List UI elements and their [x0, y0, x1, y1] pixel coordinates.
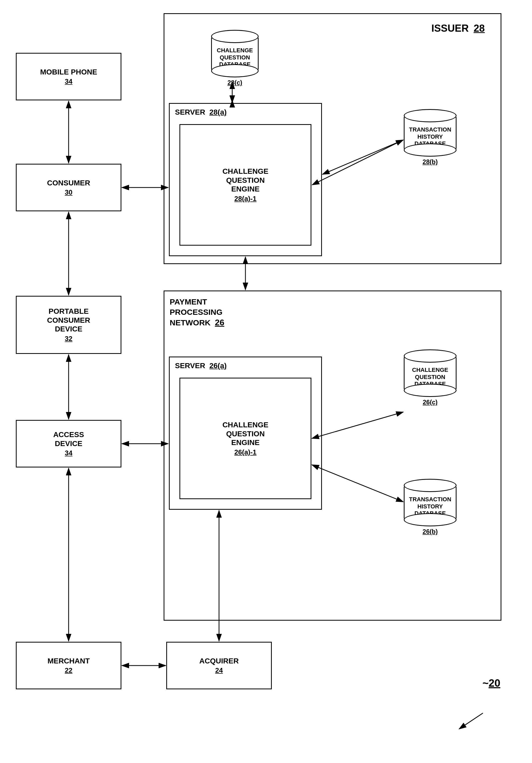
- acquirer-box: ACQUIRER 24: [166, 642, 272, 689]
- challenge-engine-ppn-label: CHALLENGEQUESTIONENGINE: [222, 420, 268, 447]
- svg-line-17: [459, 713, 483, 729]
- challenge-engine-issuer: CHALLENGEQUESTIONENGINE 28(a)-1: [179, 124, 311, 246]
- ppn-ref: 26: [215, 318, 224, 327]
- access-device-ref: 34: [65, 449, 73, 457]
- issuer-label: ISSUER 28: [431, 22, 485, 35]
- challenge-engine-ppn-ref: 26(a)-1: [234, 448, 256, 456]
- mobile-phone-ref: 34: [65, 77, 73, 85]
- access-device-label: ACCESSDEVICE: [53, 430, 84, 448]
- access-device-box: ACCESSDEVICE 34: [16, 420, 122, 468]
- server-ppn-label: SERVER: [175, 362, 205, 370]
- merchant-label: MERCHANT: [47, 657, 90, 666]
- server-issuer-label: SERVER: [175, 108, 205, 116]
- challenge-engine-issuer-ref: 28(a)-1: [234, 195, 256, 203]
- mobile-phone-label: MOBILE PHONE: [40, 67, 97, 76]
- merchant-box: MERCHANT 22: [16, 642, 122, 689]
- transaction-db-issuer: TRANSACTIONHISTORYDATABASE 28(b): [404, 100, 457, 174]
- diagram-container: ISSUER 28 CHALLENGEQUESTIONDATABASE 28(c…: [0, 0, 532, 763]
- transaction-db-ppn: TRANSACTIONHISTORYDATABASE 26(b): [404, 470, 457, 544]
- consumer-label: CONSUMER: [47, 178, 90, 187]
- consumer-ref: 30: [65, 188, 73, 196]
- challenge-db-ppn: CHALLENGEQUESTIONDATABASE 26(c): [404, 341, 457, 415]
- challenge-engine-ppn: CHALLENGEQUESTIONENGINE 26(a)-1: [179, 378, 311, 499]
- portable-device-ref: 32: [65, 335, 73, 343]
- mobile-phone-box: MOBILE PHONE 34: [16, 53, 122, 100]
- acquirer-label: ACQUIRER: [199, 657, 238, 666]
- challenge-db-issuer: CHALLENGEQUESTIONDATABASE 28(c): [209, 21, 261, 95]
- consumer-box: CONSUMER 30: [16, 164, 122, 211]
- server-issuer-ref: 28(a): [209, 108, 226, 116]
- challenge-engine-issuer-label: CHALLENGEQUESTIONENGINE: [222, 167, 268, 194]
- portable-consumer-device-box: PORTABLECONSUMERDEVICE 32: [16, 296, 122, 354]
- merchant-ref: 22: [65, 666, 73, 675]
- acquirer-ref: 24: [215, 666, 223, 675]
- portable-device-label: PORTABLECONSUMERDEVICE: [47, 307, 90, 334]
- diagram-ref: ~20: [483, 677, 500, 689]
- server-ppn-ref: 26(a): [209, 362, 226, 370]
